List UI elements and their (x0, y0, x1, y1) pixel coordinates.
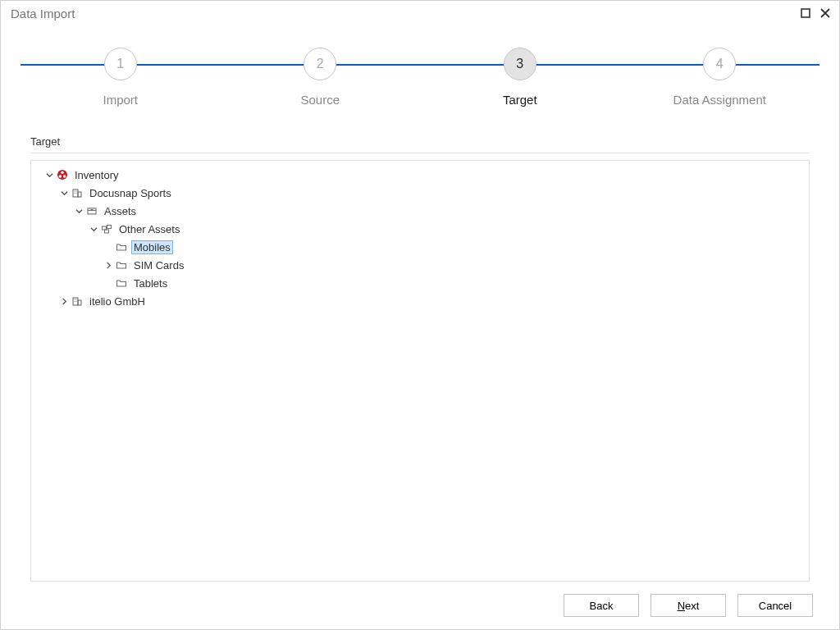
svg-point-3 (59, 175, 62, 177)
step-2[interactable]: 2 (303, 47, 337, 81)
chevron-right-icon[interactable] (57, 294, 71, 308)
tree-node-label: Inventory (72, 168, 121, 182)
window-title: Data Import (11, 7, 793, 21)
chevron-down-icon[interactable] (57, 186, 71, 199)
tree-node-other-assets[interactable]: Other Assets (34, 220, 806, 238)
svg-rect-6 (78, 192, 81, 197)
svg-rect-18 (75, 299, 75, 300)
titlebar: Data Import (1, 1, 839, 25)
svg-point-2 (61, 171, 63, 174)
svg-rect-19 (76, 299, 77, 300)
chevron-right-icon[interactable] (102, 258, 115, 272)
content-area: Target Inventory Docusnap (1, 122, 839, 582)
company-icon (71, 294, 84, 308)
tree-node-label: Mobiles (131, 240, 173, 254)
svg-rect-21 (76, 301, 77, 302)
tree-node-label: SIM Cards (131, 258, 186, 272)
tree-node-docusnap-sports[interactable]: Docusnap Sports (34, 184, 806, 202)
svg-rect-16 (73, 298, 78, 305)
svg-rect-0 (801, 9, 810, 17)
next-button-accel: N (678, 600, 685, 612)
company-icon (71, 186, 84, 199)
folder-icon (115, 276, 128, 290)
svg-rect-17 (78, 300, 81, 305)
svg-rect-7 (75, 191, 75, 192)
svg-rect-13 (103, 226, 107, 230)
tree-node-mobiles[interactable]: · Mobiles (34, 238, 806, 256)
svg-rect-9 (75, 193, 75, 194)
back-button[interactable]: Back (564, 594, 639, 617)
svg-rect-5 (73, 189, 78, 197)
step-number: 3 (504, 48, 536, 80)
tree-node-sim-cards[interactable]: SIM Cards (34, 256, 806, 274)
cancel-button[interactable]: Cancel (737, 594, 813, 617)
svg-rect-10 (76, 193, 77, 194)
tree-node-label: Other Assets (116, 222, 182, 236)
step-4[interactable]: 4 (702, 47, 737, 81)
step-number: 4 (703, 48, 736, 80)
step-label-4: Data Assignment (673, 93, 766, 107)
close-icon[interactable] (818, 6, 833, 21)
tree-node-label: Tablets (131, 276, 170, 290)
chevron-down-icon[interactable] (87, 222, 100, 235)
step-label-2: Source (300, 93, 340, 107)
tree-node-label: itelio GmbH (87, 294, 148, 308)
tree-node-label: Assets (102, 204, 139, 218)
section-title: Target (30, 132, 810, 153)
svg-rect-20 (75, 301, 75, 302)
stepper-line (21, 64, 819, 66)
inventory-icon (56, 168, 69, 181)
step-number: 2 (304, 48, 336, 80)
svg-rect-12 (91, 209, 94, 210)
tree-node-itelio-gmbh[interactable]: itelio GmbH (34, 292, 806, 310)
wizard-stepper: 1234 ImportSourceTargetData Assignment (1, 25, 839, 122)
step-label-3: Target (503, 93, 537, 107)
svg-rect-8 (76, 191, 77, 192)
maximize-icon[interactable] (798, 6, 813, 21)
folder-icon (115, 258, 128, 272)
chevron-down-icon[interactable] (43, 168, 56, 181)
other-assets-icon (100, 222, 113, 235)
svg-rect-14 (107, 226, 112, 229)
step-1[interactable]: 1 (103, 47, 138, 81)
target-tree[interactable]: Inventory Docusnap Sports (30, 160, 810, 582)
wizard-footer: Back Next Cancel (1, 582, 839, 629)
tree-node-tablets[interactable]: · Tablets (34, 274, 806, 292)
svg-point-4 (63, 175, 66, 177)
svg-rect-15 (105, 230, 109, 233)
chevron-down-icon[interactable] (72, 204, 85, 217)
step-number: 1 (104, 48, 137, 80)
next-button[interactable]: Next (651, 594, 726, 617)
assets-box-icon (85, 204, 98, 217)
tree-node-assets[interactable]: Assets (34, 202, 806, 220)
step-3[interactable]: 3 (503, 47, 537, 81)
tree-node-inventory[interactable]: Inventory (34, 166, 806, 184)
folder-icon (115, 240, 128, 253)
next-button-rest: ext (685, 600, 699, 612)
step-label-1: Import (103, 93, 138, 107)
data-import-window: Data Import 1234 ImportSourceTargetData … (0, 0, 840, 630)
tree-node-label: Docusnap Sports (87, 186, 174, 200)
